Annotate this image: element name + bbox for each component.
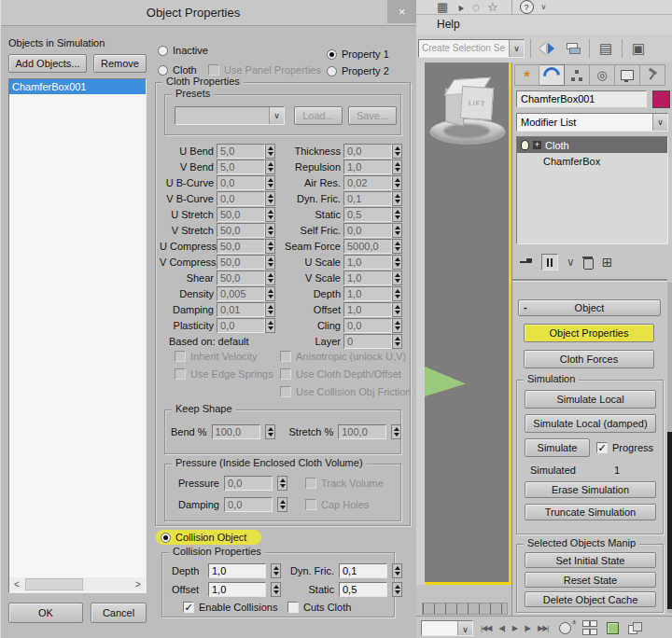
object-color-swatch[interactable] xyxy=(652,90,670,108)
tab-utilities[interactable] xyxy=(640,64,665,86)
scroll-left-icon[interactable]: < xyxy=(10,578,23,590)
layer-manager-icon[interactable]: ▤ xyxy=(595,38,616,59)
simulate-local-damped-button[interactable]: Simulate Local (damped) xyxy=(525,414,656,433)
scrollbar-thumb[interactable] xyxy=(25,578,83,590)
collision-object-radio[interactable]: Collision Object xyxy=(156,530,261,545)
use-edge-springs-checkbox: Use Edge Springs xyxy=(175,368,273,380)
menu-help[interactable]: Help xyxy=(437,18,460,31)
chevron-down-icon[interactable]: ∨ xyxy=(509,40,524,57)
checkbox-icon[interactable] xyxy=(287,602,299,613)
cloth-radio[interactable]: Cloth xyxy=(158,64,197,76)
stack-item-cloth[interactable]: + Cloth xyxy=(517,137,667,153)
spinner xyxy=(265,144,275,159)
show-end-result-icon[interactable] xyxy=(541,254,558,270)
lightbulb-icon[interactable] xyxy=(521,140,529,150)
objects-list[interactable]: ChamferBox001 < > xyxy=(8,78,147,593)
configure-modifier-sets-icon[interactable]: ⊞ xyxy=(602,256,613,269)
help-icon[interactable]: ? xyxy=(520,0,534,14)
tab-motion[interactable]: ◎ xyxy=(590,64,615,86)
object-properties-button[interactable]: Object Properties xyxy=(524,324,654,342)
simulate-local-button[interactable]: Simulate Local xyxy=(525,390,656,409)
property1-radio[interactable]: Property 1 xyxy=(327,49,389,60)
cuts-cloth-checkbox[interactable]: Cuts Cloth xyxy=(287,602,351,613)
object-name-field[interactable]: ChamferBox001 xyxy=(516,90,647,107)
make-unique-icon[interactable]: ∨ xyxy=(567,256,575,269)
tab-hierarchy[interactable] xyxy=(565,64,590,86)
stack-item-chamferbox[interactable]: ChamferBox xyxy=(517,153,667,169)
spinner xyxy=(392,175,402,190)
zoom-extents-all-icon[interactable] xyxy=(628,622,641,633)
zoom-all-icon[interactable] xyxy=(582,620,595,635)
list-horizontal-scrollbar[interactable]: < > xyxy=(10,577,145,591)
panel-scrollbar[interactable] xyxy=(667,283,672,613)
time-ruler[interactable] xyxy=(422,603,508,615)
scrollbar-thumb[interactable] xyxy=(667,432,672,609)
radio-icon[interactable] xyxy=(327,66,337,76)
erase-simulation-button[interactable]: Erase Simulation xyxy=(525,481,656,498)
previous-frame-button[interactable]: ◀| xyxy=(498,624,504,632)
modifier-list-dropdown[interactable]: Modifier List ∨ xyxy=(516,113,668,132)
radio-icon[interactable] xyxy=(327,49,337,60)
delete-object-cache-button[interactable]: Delete Object Cache xyxy=(525,591,656,607)
spinner[interactable] xyxy=(271,582,281,597)
tab-modify[interactable] xyxy=(539,64,565,86)
tab-create[interactable]: * xyxy=(514,64,539,86)
progress-checkbox[interactable]: ✓ Progress xyxy=(596,442,653,453)
chevron-down-icon[interactable]: ∨ xyxy=(457,621,472,635)
mirror-icon[interactable] xyxy=(537,38,557,59)
spinner[interactable] xyxy=(392,582,402,597)
perspective-viewport[interactable]: LIFT xyxy=(425,62,511,585)
property2-radio[interactable]: Property 2 xyxy=(327,65,389,76)
simulate-button[interactable]: Simulate xyxy=(525,438,590,457)
cancel-button[interactable]: Cancel xyxy=(91,603,147,623)
lasso-selection-icon[interactable]: ◌ xyxy=(472,1,480,14)
tab-display[interactable] xyxy=(615,64,640,86)
collision-depth-field[interactable]: 1,0 xyxy=(208,563,266,578)
chevron-down-icon[interactable]: ∨ xyxy=(652,114,667,131)
radio-icon[interactable] xyxy=(158,65,168,76)
cloth-forces-button[interactable]: Cloth Forces xyxy=(524,350,654,368)
radio-icon[interactable] xyxy=(161,533,171,543)
inactive-radio[interactable]: Inactive xyxy=(158,45,208,56)
zoom-extents-icon[interactable] xyxy=(607,622,619,634)
set-initial-state-button[interactable]: Set Initial State xyxy=(525,552,656,568)
named-selection-star-icon[interactable]: ☆ xyxy=(487,1,498,14)
named-selection-set-combo[interactable]: Create Selection Se ∨ xyxy=(418,39,525,58)
render-setup-icon[interactable]: ▣ xyxy=(628,38,649,59)
spinner[interactable] xyxy=(271,563,281,578)
select-object-icon[interactable]: ▲ xyxy=(453,0,468,15)
truncate-simulation-button[interactable]: Truncate Simulation xyxy=(525,504,656,520)
object-rollout-header[interactable]: - Object xyxy=(518,299,661,316)
close-icon[interactable]: × xyxy=(387,0,416,23)
play-button[interactable]: ▶ xyxy=(512,624,517,632)
timeline[interactable] xyxy=(416,585,511,616)
collision-dyn-fric-field[interactable]: 0,1 xyxy=(339,563,387,578)
remove-button[interactable]: Remove xyxy=(93,54,147,73)
key-mode-toggle-icon[interactable] xyxy=(559,622,571,634)
list-item[interactable]: ChamferBox001 xyxy=(9,79,146,94)
checkbox-icon[interactable]: ✓ xyxy=(596,442,608,453)
radio-icon[interactable] xyxy=(158,46,168,56)
ok-button[interactable]: OK xyxy=(8,603,83,623)
next-frame-button[interactable]: |▶ xyxy=(525,624,530,632)
expand-icon[interactable]: + xyxy=(533,141,541,149)
scroll-right-icon[interactable]: > xyxy=(132,578,145,590)
time-tag-dropdown[interactable]: ∨ xyxy=(421,620,473,636)
select-by-name-icon[interactable]: ▦ xyxy=(437,1,448,14)
checkbox-icon[interactable]: ✓ xyxy=(183,602,194,613)
collision-static-field[interactable]: 0,5 xyxy=(339,582,387,597)
go-to-end-button[interactable]: ▶▶| xyxy=(538,624,548,632)
inherit-velocity-checkbox: Inherit Velocity xyxy=(175,351,258,362)
reset-state-button[interactable]: Reset State xyxy=(525,572,656,588)
remove-modifier-icon[interactable] xyxy=(583,258,594,270)
collision-offset-field[interactable]: 1,0 xyxy=(208,582,266,597)
go-to-start-button[interactable]: |◀◀ xyxy=(481,624,491,632)
spinner[interactable] xyxy=(392,563,402,578)
add-objects-button[interactable]: Add Objects... xyxy=(8,54,87,73)
modifier-stack[interactable]: + Cloth ChamferBox xyxy=(516,136,668,244)
chevron-down-icon[interactable]: ∨ xyxy=(541,1,547,14)
pin-stack-icon[interactable] xyxy=(520,257,533,268)
dialog-titlebar[interactable]: Object Properties × xyxy=(1,0,417,26)
align-icon[interactable] xyxy=(563,38,583,59)
enable-collisions-checkbox[interactable]: ✓ Enable Collisions xyxy=(183,602,277,613)
